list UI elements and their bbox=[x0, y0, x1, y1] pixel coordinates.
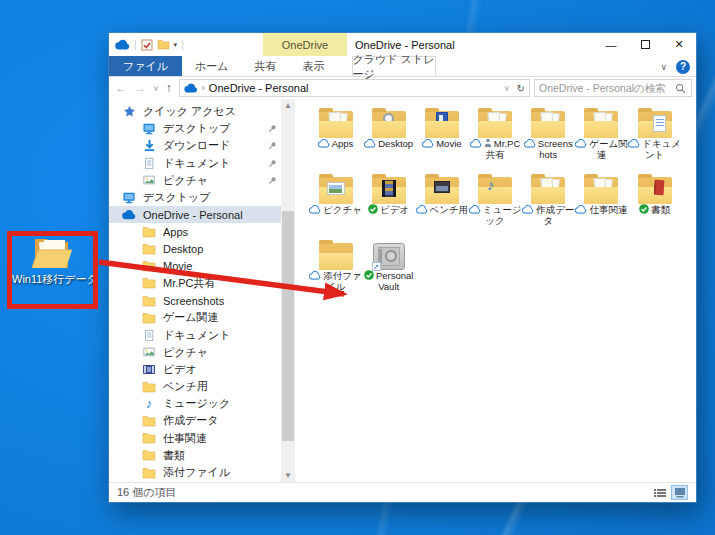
cloud-status-icon bbox=[469, 205, 481, 214]
sidebar-item[interactable]: ドキュメント bbox=[109, 155, 281, 172]
sidebar-item[interactable]: Mr.PC共有 bbox=[109, 275, 281, 292]
help-icon[interactable]: ? bbox=[676, 60, 690, 74]
file-item[interactable]: ゲーム関連 bbox=[575, 104, 628, 170]
document-icon bbox=[142, 328, 156, 342]
sidebar-item[interactable]: 仕事関連 bbox=[109, 430, 281, 447]
annotation-highlight-box bbox=[7, 231, 98, 309]
minimize-button[interactable]: — bbox=[594, 33, 628, 56]
collapse-ribbon-chevron[interactable]: ∨ bbox=[660, 62, 667, 72]
up-button[interactable]: ↑ bbox=[166, 81, 172, 95]
folder-icon bbox=[142, 466, 156, 480]
sidebar-item-label: ゲーム関連 bbox=[163, 310, 219, 325]
new-folder-button[interactable] bbox=[157, 39, 170, 50]
sidebar-item-label: ミュージック bbox=[163, 396, 230, 411]
sidebar-item[interactable]: ♪ミュージック bbox=[109, 395, 281, 412]
cloud-status-icon bbox=[416, 205, 428, 214]
sidebar-item[interactable]: ドキュメント bbox=[109, 326, 281, 343]
sidebar-item[interactable]: Movie bbox=[109, 258, 281, 275]
maximize-button[interactable] bbox=[628, 33, 662, 56]
search-box[interactable] bbox=[534, 79, 692, 97]
sidebar-item[interactable]: Screenshots bbox=[109, 292, 281, 309]
scroll-down-icon[interactable]: ▼ bbox=[281, 469, 295, 482]
file-item[interactable]: Screenshots bbox=[522, 104, 575, 170]
file-item[interactable]: 添付ファイル bbox=[309, 236, 362, 302]
close-button[interactable]: ✕ bbox=[662, 33, 696, 56]
file-item[interactable]: Desktop bbox=[362, 104, 415, 170]
file-item[interactable]: 書類 bbox=[628, 170, 681, 236]
sidebar-item[interactable]: ビデオ bbox=[109, 361, 281, 378]
ribbon-tab[interactable]: ファイル bbox=[109, 56, 182, 76]
sidebar-item[interactable]: ピクチャ bbox=[109, 172, 281, 189]
sidebar-item[interactable]: Apps bbox=[109, 223, 281, 240]
file-item[interactable]: Apps bbox=[309, 104, 362, 170]
sidebar-item[interactable]: 作成データ bbox=[109, 412, 281, 429]
file-item[interactable]: Movie bbox=[415, 104, 468, 170]
breadcrumb[interactable]: OneDrive - Personal bbox=[209, 82, 309, 94]
search-input[interactable] bbox=[535, 82, 670, 94]
ribbon-tab[interactable]: 共有 bbox=[242, 56, 290, 76]
details-view-button[interactable] bbox=[651, 485, 668, 500]
sidebar-item-label: クイック アクセス bbox=[143, 104, 236, 119]
ribbon-tab[interactable]: 表示 bbox=[290, 56, 338, 76]
cloud-status-icon bbox=[422, 139, 434, 148]
synced-check-icon bbox=[364, 270, 374, 280]
sidebar-scrollbar[interactable]: ▲ ▼ bbox=[281, 99, 295, 482]
file-item[interactable]: ➚Personal Vault bbox=[362, 236, 415, 302]
file-item[interactable]: ドキュメント bbox=[628, 104, 681, 170]
sidebar-item[interactable]: OneDrive - Personal bbox=[109, 206, 281, 223]
customize-toolbar-chevron[interactable]: ▾ bbox=[174, 41, 178, 49]
file-item[interactable]: ♪ミュージック bbox=[469, 170, 522, 236]
file-item-label: ミュージック bbox=[483, 204, 522, 226]
address-dropdown-chevron[interactable]: ∨ bbox=[504, 84, 510, 93]
sidebar-item[interactable]: クイック アクセス bbox=[109, 103, 281, 120]
file-item[interactable]: ピクチャ bbox=[309, 170, 362, 236]
onedrive-cloud-icon bbox=[115, 39, 130, 50]
scroll-up-icon[interactable]: ▲ bbox=[281, 99, 295, 112]
sidebar-item[interactable]: Desktop bbox=[109, 241, 281, 258]
large-icons-view-button[interactable] bbox=[671, 485, 688, 500]
properties-button[interactable] bbox=[141, 39, 153, 51]
sidebar-item[interactable]: デスクトップ bbox=[109, 189, 281, 206]
back-button[interactable]: ← bbox=[115, 81, 127, 95]
monitor-icon bbox=[122, 191, 136, 205]
recent-locations-chevron[interactable]: ∨ bbox=[153, 84, 159, 93]
cloud-status-icon bbox=[575, 139, 587, 148]
folder-icon bbox=[318, 170, 354, 204]
refresh-icon[interactable]: ↻ bbox=[517, 83, 525, 94]
sidebar-item[interactable]: 添付ファイル bbox=[109, 464, 281, 481]
file-item[interactable]: ベンチ用 bbox=[415, 170, 468, 236]
file-item[interactable]: ビデオ bbox=[362, 170, 415, 236]
file-item-label: Movie bbox=[436, 138, 461, 149]
scrollbar-thumb[interactable] bbox=[282, 211, 294, 441]
ribbon-tab[interactable]: ホーム bbox=[182, 56, 242, 76]
sidebar-item[interactable]: ピクチャ bbox=[109, 344, 281, 361]
folder-icon bbox=[637, 104, 673, 138]
sidebar-item[interactable]: ダウンロード bbox=[109, 137, 281, 154]
window-controls: — ✕ bbox=[594, 33, 696, 56]
nav-arrows: ← → ∨ ↑ bbox=[115, 81, 175, 95]
folder-icon bbox=[142, 225, 156, 239]
picture-icon bbox=[142, 173, 156, 187]
file-item[interactable]: Mr.PC共有 bbox=[469, 104, 522, 170]
personal-vault-icon: ➚ bbox=[373, 236, 405, 270]
folder-icon bbox=[142, 414, 156, 428]
sidebar-item[interactable]: 書類 bbox=[109, 447, 281, 464]
file-item[interactable]: 仕事関連 bbox=[575, 170, 628, 236]
file-item[interactable]: 作成データ bbox=[522, 170, 575, 236]
file-item-label: 書類 bbox=[651, 204, 670, 215]
sidebar-item[interactable]: ベンチ用 bbox=[109, 378, 281, 395]
forward-button[interactable]: → bbox=[134, 81, 146, 95]
sidebar-item[interactable]: ゲーム関連 bbox=[109, 309, 281, 326]
onedrive-cloud-icon bbox=[184, 83, 198, 93]
address-controls: ∨ ↻ bbox=[504, 83, 525, 94]
sidebar-item-label: ピクチャ bbox=[163, 345, 208, 360]
ribbon-tab[interactable]: クラウド ストレージ bbox=[352, 56, 436, 76]
sidebar-item[interactable]: デスクトップ bbox=[109, 120, 281, 137]
folder-icon bbox=[424, 170, 460, 204]
quick-access-toolbar: | ▾ | bbox=[109, 33, 263, 56]
file-item-label: ベンチ用 bbox=[430, 204, 469, 215]
shared-person-icon bbox=[484, 138, 492, 148]
address-bar[interactable]: › OneDrive - Personal ∨ ↻ bbox=[179, 79, 530, 97]
folder-icon bbox=[371, 104, 407, 138]
sidebar-item-label: OneDrive - Personal bbox=[143, 209, 243, 221]
